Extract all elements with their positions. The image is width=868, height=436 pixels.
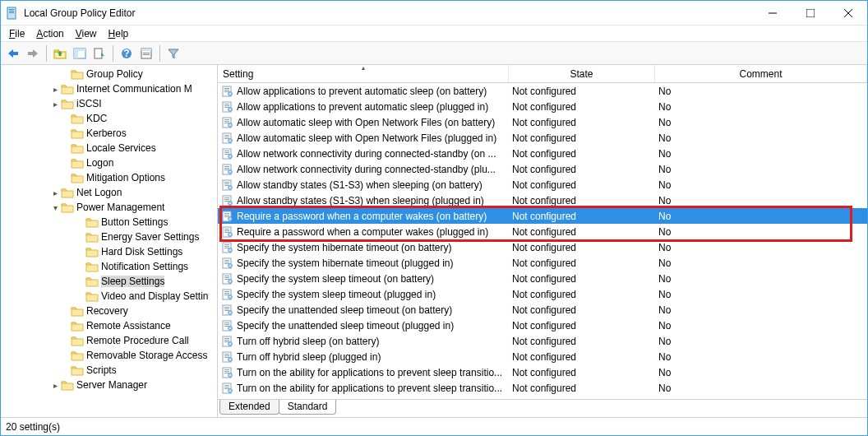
- tree-item[interactable]: Recovery: [1, 304, 217, 318]
- tree-item-label: KDC: [86, 113, 107, 124]
- table-row[interactable]: Turn on the ability for applications to …: [218, 380, 867, 396]
- menu-help[interactable]: Help: [104, 27, 134, 40]
- svg-rect-57: [224, 201, 229, 202]
- svg-rect-116: [224, 387, 229, 387]
- tree-item[interactable]: ▾Power Management: [1, 200, 217, 215]
- tree-item[interactable]: Sleep Settings: [1, 274, 217, 289]
- table-row[interactable]: Allow network connectivity during connec…: [218, 161, 867, 177]
- expand-icon[interactable]: ▾: [50, 203, 60, 212]
- maximize-button[interactable]: [792, 1, 829, 25]
- statusbar: 20 setting(s): [1, 417, 867, 435]
- svg-rect-47: [224, 169, 229, 170]
- tree-item[interactable]: Video and Display Settin: [1, 289, 217, 304]
- cell-state: Not configured: [509, 101, 655, 113]
- tree-item-label: Remote Assistance: [86, 320, 171, 332]
- column-header-state[interactable]: State: [509, 65, 655, 82]
- table-row[interactable]: Specify the system hibernate timeout (pl…: [218, 255, 867, 271]
- table-row[interactable]: Allow standby states (S1-S3) when sleepi…: [218, 177, 867, 192]
- back-button[interactable]: [4, 44, 22, 63]
- table-row[interactable]: Allow automatic sleep with Open Network …: [218, 114, 867, 130]
- show-hide-tree-button[interactable]: [71, 44, 89, 63]
- table-row[interactable]: Specify the system hibernate timeout (on…: [218, 239, 867, 255]
- svg-rect-52: [224, 185, 229, 186]
- tree-item[interactable]: Mitigation Options: [1, 170, 217, 185]
- tree-item[interactable]: Notification Settings: [1, 259, 217, 274]
- table-row[interactable]: Allow network connectivity during connec…: [218, 146, 867, 161]
- up-button[interactable]: [51, 44, 69, 63]
- tree-item[interactable]: Hard Disk Settings: [1, 244, 217, 259]
- tree-item[interactable]: Kerberos: [1, 126, 217, 141]
- column-header-comment[interactable]: Comment: [655, 65, 867, 82]
- svg-point-83: [229, 279, 233, 283]
- expand-icon[interactable]: ▸: [50, 100, 60, 109]
- svg-rect-76: [224, 262, 229, 262]
- cell-comment: No: [655, 242, 867, 253]
- cell-comment: No: [655, 101, 867, 113]
- svg-rect-95: [224, 322, 229, 323]
- svg-rect-1: [9, 9, 14, 10]
- table-row[interactable]: Turn off hybrid sleep (plugged in)Not co…: [218, 349, 867, 364]
- expand-icon[interactable]: ▸: [50, 381, 60, 390]
- tree-item[interactable]: Group Policy: [1, 67, 217, 81]
- tree-item[interactable]: KDC: [1, 111, 217, 126]
- folder-icon: [61, 187, 74, 198]
- folder-icon: [85, 290, 99, 302]
- svg-rect-3: [9, 12, 14, 13]
- policy-icon: [221, 320, 234, 332]
- properties-button[interactable]: [137, 44, 155, 63]
- cell-comment: No: [655, 226, 867, 238]
- tree-item[interactable]: Remote Procedure Call: [1, 333, 217, 348]
- forward-button[interactable]: [24, 44, 42, 63]
- export-list-button[interactable]: [90, 44, 108, 63]
- tree-item[interactable]: ▸Net Logon: [1, 185, 217, 200]
- grid-body[interactable]: Allow applications to prevent automatic …: [218, 83, 867, 399]
- table-row[interactable]: Allow applications to prevent automatic …: [218, 83, 867, 99]
- table-row[interactable]: Allow standby states (S1-S3) when sleepi…: [218, 192, 867, 208]
- tree-item[interactable]: Locale Services: [1, 141, 217, 155]
- cell-state: Not configured: [509, 242, 655, 253]
- tab-standard[interactable]: Standard: [279, 400, 337, 415]
- tree-item[interactable]: ▸Internet Communication M: [1, 81, 217, 96]
- tree-item[interactable]: Energy Saver Settings: [1, 230, 217, 244]
- svg-rect-20: [224, 88, 229, 89]
- folder-icon: [71, 113, 84, 124]
- tree-item[interactable]: Logon: [1, 155, 217, 170]
- table-row[interactable]: Specify the unattended sleep timeout (on…: [218, 302, 867, 318]
- table-row[interactable]: Turn off hybrid sleep (on battery)Not co…: [218, 333, 867, 349]
- table-row[interactable]: Allow applications to prevent automatic …: [218, 99, 867, 114]
- table-row[interactable]: Turn on the ability for applications to …: [218, 364, 867, 380]
- svg-rect-42: [224, 154, 229, 155]
- menu-view[interactable]: View: [71, 27, 102, 40]
- tree-item-label: Video and Display Settin: [101, 290, 209, 302]
- tree-item[interactable]: Scripts: [1, 363, 217, 378]
- svg-rect-40: [224, 151, 229, 151]
- minimize-button[interactable]: [754, 1, 792, 25]
- table-row[interactable]: Require a password when a computer wakes…: [218, 224, 867, 239]
- table-row[interactable]: Allow automatic sleep with Open Network …: [218, 130, 867, 146]
- cell-setting: Specify the system sleep timeout (on bat…: [237, 273, 434, 285]
- navigation-tree[interactable]: Group Policy▸Internet Communication M▸iS…: [1, 65, 218, 417]
- table-row[interactable]: Require a password when a computer wakes…: [218, 208, 867, 224]
- tree-item[interactable]: Remote Assistance: [1, 318, 217, 333]
- cell-comment: No: [655, 289, 867, 300]
- tab-extended[interactable]: Extended: [219, 400, 279, 415]
- expand-icon[interactable]: ▸: [50, 85, 60, 94]
- close-button[interactable]: [829, 1, 867, 25]
- help-button[interactable]: ?: [118, 44, 136, 63]
- tree-item[interactable]: Button Settings: [1, 215, 217, 230]
- table-row[interactable]: Specify the system sleep timeout (plugge…: [218, 286, 867, 302]
- tree-item-label: Group Policy: [86, 68, 143, 80]
- column-header-setting[interactable]: Setting▴: [218, 65, 509, 82]
- tree-item[interactable]: ▸iSCSI: [1, 96, 217, 111]
- table-row[interactable]: Specify the unattended sleep timeout (pl…: [218, 318, 867, 333]
- tree-item[interactable]: ▸Server Manager: [1, 378, 217, 392]
- menu-file[interactable]: File: [4, 27, 30, 40]
- table-row[interactable]: Specify the system sleep timeout (on bat…: [218, 271, 867, 286]
- expand-icon[interactable]: ▸: [50, 188, 60, 197]
- tree-item[interactable]: Removable Storage Access: [1, 348, 217, 363]
- svg-rect-75: [224, 260, 229, 261]
- menu-action[interactable]: Action: [31, 27, 68, 40]
- filter-button[interactable]: [164, 44, 182, 63]
- titlebar: Local Group Policy Editor: [1, 1, 867, 26]
- cell-state: Not configured: [509, 304, 655, 316]
